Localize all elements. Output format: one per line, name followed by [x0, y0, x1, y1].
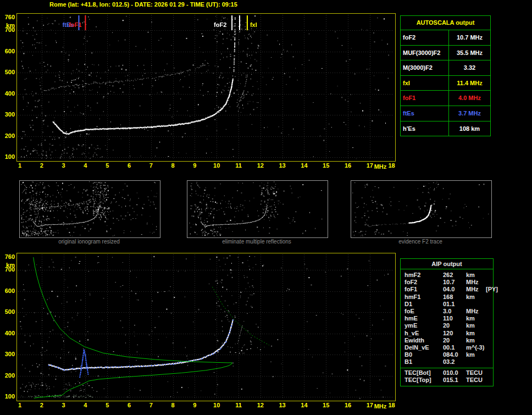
aip-tec-rows: TEC[Bot]010.0TECUTEC[Top]015.1TECU	[401, 369, 493, 384]
aip-label: hmE	[404, 315, 443, 322]
aip-unit: TECU	[466, 377, 486, 384]
aip-row-foe: foE3.0MHz	[401, 308, 493, 315]
x-tick-9: 9	[193, 162, 196, 169]
aip-value: 168	[443, 294, 466, 301]
parameter-label: MUF(3000)F2	[401, 46, 449, 60]
aip-value: 110	[443, 315, 466, 322]
aip-label: Ewidth	[404, 337, 443, 344]
aip-row-b0: B0084.0km	[401, 351, 493, 358]
autoscala-row-m3000f2: M(3000)F23.32	[401, 60, 490, 76]
parameter-label: foF1	[401, 91, 449, 106]
y-tick-200: 200	[1, 132, 15, 139]
autoscala-row-fof2: foF210.7 MHz	[401, 30, 490, 46]
x-tick-16: 16	[345, 162, 351, 169]
aip-row-hve: h_vE120km	[401, 330, 493, 337]
y-axis-unit: km	[1, 22, 15, 29]
aip-unit: km	[466, 337, 486, 344]
restored-ionogram-canvas	[17, 253, 394, 400]
parameter-label: h'Es	[401, 121, 449, 136]
parameter-value: 35.5 MHz	[449, 46, 490, 60]
x-tick-11: 11	[235, 402, 242, 408]
parameter-value: 108 km	[449, 121, 490, 136]
thumbnail-original-canvas	[20, 181, 159, 236]
x-tick-11: 11	[235, 162, 242, 169]
aip-unit: km	[466, 330, 486, 337]
aip-unit: km	[466, 351, 486, 358]
autoscala-row-fxi: fxI11.4 MHz	[401, 76, 490, 91]
x-tick-7: 7	[149, 162, 153, 169]
aip-label: foE	[404, 308, 443, 315]
aip-row-delnve: DelN_vE00.1m^(-3)	[401, 344, 493, 351]
aip-unit	[466, 301, 486, 308]
x-tick-1: 1	[18, 402, 21, 408]
x-tick-4: 4	[84, 162, 87, 169]
x-tick-2: 2	[40, 162, 43, 169]
y-tick-300: 300	[1, 351, 15, 357]
aip-extra	[486, 272, 493, 279]
x-tick-12: 12	[257, 402, 264, 408]
aip-row-hmf1: hmF1168km	[401, 294, 493, 301]
autoscala-table-title: AUTOSCALA output	[401, 16, 490, 30]
parameter-label: M(3000)F2	[401, 60, 449, 75]
y-tick-760: 760	[1, 253, 15, 260]
aip-extra	[486, 377, 493, 384]
aip-value: 120	[443, 330, 466, 337]
aip-row-fof1: foF104.0MHz[PY]	[401, 286, 493, 293]
y-tick-200: 200	[1, 372, 15, 379]
x-tick-12: 12	[257, 162, 264, 169]
restored-ionogram-plot	[16, 253, 396, 401]
thumbnail-caption-reflections: eliminate multiple reflections	[222, 239, 291, 245]
x-tick-10: 10	[213, 402, 220, 408]
aip-extra	[486, 337, 493, 344]
autoscala-row-ftes: ftEs3.7 MHz	[401, 106, 490, 121]
parameter-value: 4.0 MHz	[449, 91, 490, 106]
aip-value: 20	[443, 322, 466, 329]
y-tick-300: 300	[1, 111, 15, 118]
x-tick-17: 17	[367, 402, 373, 408]
aip-row-ewidth: Ewidth20km	[401, 337, 493, 344]
aip-value: 262	[443, 272, 466, 279]
x-tick-6: 6	[128, 402, 131, 408]
aip-extra	[486, 358, 493, 366]
y-tick-100: 100	[1, 393, 15, 400]
x-tick-16: 16	[345, 402, 351, 408]
aip-value: 00.1	[443, 344, 466, 351]
aip-label: ymE	[404, 322, 443, 329]
x-tick-10: 10	[213, 162, 220, 169]
y-tick-600: 600	[1, 48, 15, 54]
thumbnail-multiple-reflections-canvas	[187, 181, 326, 236]
parameter-label: foF2	[401, 30, 449, 45]
aip-unit	[466, 358, 486, 366]
parameter-value: 10.7 MHz	[449, 30, 490, 45]
aip-extra: [PY]	[486, 286, 498, 293]
y-axis-unit: km	[1, 262, 15, 268]
aip-unit: MHz	[466, 279, 486, 286]
aip-value: 04.0	[443, 286, 466, 293]
thumbnail-f2-trace	[351, 180, 492, 238]
y-tick-400: 400	[1, 330, 15, 336]
aip-label: B0	[404, 351, 443, 358]
aip-unit: m^(-3)	[466, 344, 486, 351]
x-axis-unit: MHz	[374, 403, 387, 410]
y-tick-760: 760	[1, 14, 15, 20]
y-tick-500: 500	[1, 69, 15, 75]
aip-table-rows: hmF2262kmfoF210.7MHzfoF104.0MHz[PY]hmF11…	[401, 272, 493, 366]
parameter-label: ftEs	[401, 106, 449, 121]
x-tick-14: 14	[301, 402, 307, 408]
aip-table-title: AIP output	[401, 259, 493, 269]
aip-label: h_vE	[404, 330, 443, 337]
x-tick-2: 2	[40, 402, 43, 408]
thumbnail-original-ionogram	[19, 180, 160, 238]
parameter-value: 11.4 MHz	[449, 76, 490, 91]
aip-row-d1: D101.1	[401, 301, 493, 308]
x-tick-9: 9	[193, 402, 196, 408]
x-tick-5: 5	[106, 162, 109, 169]
aip-label: D1	[404, 301, 443, 308]
thumbnail-multiple-reflections	[187, 180, 328, 238]
x-tick-6: 6	[128, 162, 131, 169]
aip-value: 10.7	[443, 279, 466, 286]
x-tick-18: 18	[388, 402, 395, 408]
x-tick-8: 8	[171, 402, 175, 408]
station-date-time-title: Rome (lat: +41.8, lon: 012.5) - DATE: 20…	[49, 1, 237, 8]
x-tick-13: 13	[279, 162, 285, 169]
